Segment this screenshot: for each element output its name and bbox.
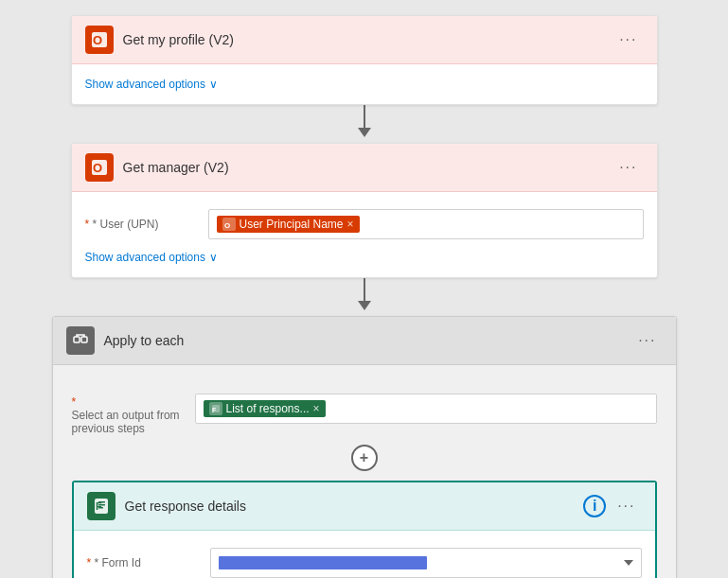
- user-upn-row: * * User (UPN) O User Principal Name ×: [85, 209, 644, 239]
- select-output-row: * Select an output from previous steps F…: [72, 382, 657, 435]
- form-id-text: * Form Id: [95, 556, 141, 569]
- list-response-token: F List of respons... ×: [204, 400, 326, 417]
- select-output-text: Select an output from previous steps: [72, 409, 180, 435]
- show-advanced-manager-label: Show advanced options: [85, 251, 205, 264]
- get-manager-card: O Get manager (V2) ··· * * User (UPN) O: [71, 143, 658, 278]
- apply-to-each-card: Apply to each ··· * Select an output fro…: [52, 316, 677, 578]
- arrow-head-2: [358, 301, 371, 310]
- office365-icon: O: [85, 26, 114, 54]
- get-my-profile-show-advanced-button[interactable]: Show advanced options ∨: [85, 74, 218, 95]
- apply-to-each-title: Apply to each: [104, 333, 633, 348]
- get-my-profile-body: Show advanced options ∨: [72, 64, 657, 104]
- list-response-label: List of respons...: [226, 402, 310, 415]
- get-response-details-header: F Get response details i ···: [74, 482, 655, 531]
- form-id-label: * * Form Id: [87, 556, 210, 569]
- svg-rect-6: [81, 337, 87, 342]
- get-response-details-title: Get response details: [125, 499, 584, 514]
- office365-manager-icon: O: [85, 153, 114, 182]
- select-output-label: * Select an output from previous steps: [72, 382, 195, 435]
- select-output-input[interactable]: F List of respons... ×: [195, 394, 657, 424]
- apply-to-each-more-button[interactable]: ···: [632, 330, 662, 351]
- svg-text:O: O: [93, 161, 102, 175]
- add-step-button[interactable]: +: [351, 445, 378, 471]
- svg-text:F: F: [212, 407, 217, 413]
- show-advanced-label: Show advanced options: [85, 78, 205, 91]
- forms-response-icon: F: [87, 492, 115, 520]
- arrow-connector-2: [358, 278, 371, 316]
- chevron-down-icon: ∨: [209, 78, 218, 91]
- form-id-row: * * Form Id: [87, 548, 642, 578]
- arrow-head: [358, 128, 371, 137]
- token-label: User Principal Name: [240, 218, 344, 231]
- info-button[interactable]: i: [583, 495, 606, 517]
- get-manager-header: O Get manager (V2) ···: [72, 144, 657, 192]
- token-close-button[interactable]: ×: [347, 218, 354, 231]
- svg-text:O: O: [224, 221, 230, 229]
- plus-btn-container: +: [72, 445, 657, 471]
- svg-rect-11: [98, 501, 105, 503]
- apply-to-each-body: * Select an output from previous steps F…: [53, 365, 676, 578]
- get-response-details-more-button[interactable]: ···: [612, 496, 641, 517]
- form-id-value: [219, 556, 427, 569]
- svg-rect-13: [98, 507, 103, 509]
- arrow-line-2: [364, 278, 365, 301]
- form-id-chevron-icon: [624, 560, 633, 566]
- get-manager-show-advanced-button[interactable]: Show advanced options ∨: [85, 247, 218, 268]
- svg-text:O: O: [93, 33, 102, 47]
- apply-to-each-header: Apply to each ···: [53, 317, 676, 365]
- get-response-details-body: * * Form Id * * Response Id: [74, 531, 655, 578]
- list-response-close-button[interactable]: ×: [313, 402, 320, 415]
- get-my-profile-header: O Get my profile (V2) ···: [72, 16, 657, 64]
- svg-rect-5: [74, 337, 80, 342]
- arrow-connector-1: [358, 105, 371, 143]
- required-star-form-id: *: [87, 556, 92, 569]
- required-star: *: [85, 218, 90, 231]
- flow-container: O Get my profile (V2) ··· Show advanced …: [0, 0, 728, 578]
- user-upn-label: * * User (UPN): [85, 218, 208, 231]
- get-my-profile-more-button[interactable]: ···: [613, 29, 643, 50]
- arrow-line: [364, 105, 365, 128]
- svg-rect-12: [98, 504, 105, 506]
- chevron-down-manager-icon: ∨: [209, 251, 218, 264]
- token-office-icon: O: [222, 218, 236, 231]
- user-upn-input[interactable]: O User Principal Name ×: [208, 209, 644, 239]
- user-upn-text: * User (UPN): [93, 218, 159, 231]
- forms-token-icon: F: [209, 402, 222, 415]
- get-manager-more-button[interactable]: ···: [613, 157, 643, 178]
- form-id-dropdown[interactable]: [210, 548, 642, 578]
- get-response-details-card: F Get response details i ··· *: [72, 481, 657, 578]
- get-my-profile-card: O Get my profile (V2) ··· Show advanced …: [71, 15, 658, 105]
- user-principal-name-token: O User Principal Name ×: [217, 216, 360, 233]
- apply-each-icon: [66, 326, 95, 355]
- get-manager-body: * * User (UPN) O User Principal Name ×: [72, 192, 657, 277]
- get-manager-title: Get manager (V2): [123, 160, 614, 175]
- get-my-profile-title: Get my profile (V2): [123, 32, 614, 47]
- required-star-2: *: [72, 395, 77, 409]
